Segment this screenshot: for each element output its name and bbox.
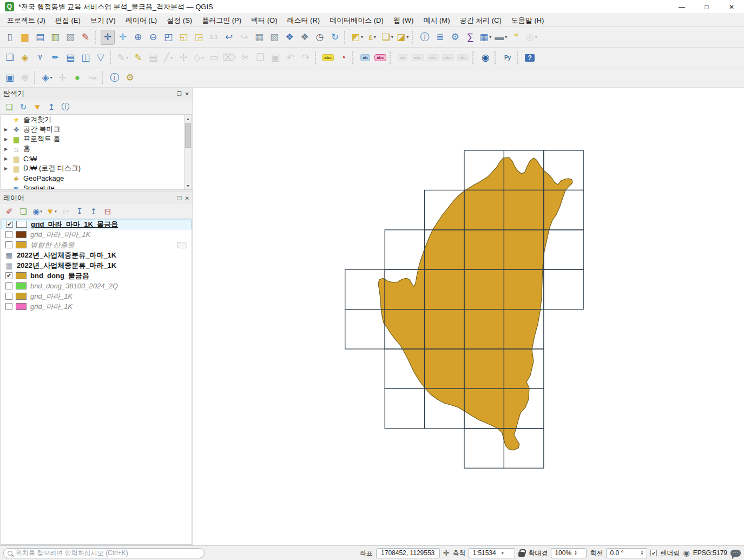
- crs-value[interactable]: EPSG:5179: [693, 549, 727, 557]
- expand-arrow-icon[interactable]: ▶: [4, 147, 11, 151]
- new-geopackage-layer-icon[interactable]: ◈: [18, 50, 32, 65]
- rotation-spinbox[interactable]: 0.0 ° ▲▼: [606, 548, 647, 558]
- temporal-controller-icon[interactable]: ◷: [313, 30, 327, 45]
- close-button[interactable]: ✕: [719, 0, 744, 14]
- select-by-expression-icon[interactable]: ε▾: [365, 30, 379, 45]
- layer-grid-mara-1k[interactable]: grid_마라_1K: [1, 291, 192, 301]
- zoom-out-icon[interactable]: ⊖: [146, 30, 160, 45]
- coordinate-box[interactable]: 1708452, 1129553: [376, 548, 440, 558]
- expand-arrow-icon[interactable]: ▶: [4, 137, 11, 142]
- menu-9[interactable]: 웹 (W): [389, 15, 419, 27]
- layer-info-icon[interactable]: ⓘ: [108, 70, 122, 85]
- new-map-view-icon[interactable]: ▦: [252, 30, 266, 45]
- new-geojson-layer-icon[interactable]: ✒: [48, 50, 62, 65]
- new-shapefile-layer-icon[interactable]: V: [33, 50, 47, 65]
- browser-item-drive-d[interactable]: ▶▆D:₩ (로컬 디스크): [1, 163, 192, 173]
- menu-6[interactable]: 벡터 (O): [246, 15, 282, 27]
- layer-visibility-checkbox[interactable]: [5, 303, 12, 310]
- maximize-button[interactable]: □: [694, 0, 719, 14]
- browser-item-drive-c[interactable]: ▶▆C:₩: [1, 154, 192, 163]
- scroll-up-icon[interactable]: ▲: [185, 115, 192, 122]
- pan-to-selection-icon[interactable]: ✛: [116, 30, 130, 45]
- menu-4[interactable]: 설정 (S): [162, 15, 197, 27]
- select-by-value-icon[interactable]: ◪▾: [396, 30, 410, 45]
- pin-labels-icon[interactable]: ab: [358, 50, 372, 65]
- messages-icon[interactable]: ···: [730, 550, 741, 557]
- zoom-to-selection-icon[interactable]: ◱: [176, 30, 190, 45]
- layers-close-icon[interactable]: ✕: [185, 195, 189, 201]
- layer-merged-output[interactable]: 병합한 산출물: [1, 240, 192, 250]
- collapse-all-icon[interactable]: ↥: [45, 101, 57, 113]
- layer-bnd-dong-38100-2024-2q[interactable]: bnd_dong_38100_2024_2Q: [1, 281, 192, 291]
- refresh-browser-icon[interactable]: ↻: [17, 101, 29, 113]
- menu-2[interactable]: 보기 (V): [85, 15, 121, 27]
- lock-scale-icon[interactable]: [518, 552, 525, 557]
- toggle-editing-icon[interactable]: ✎: [131, 50, 145, 65]
- menu-8[interactable]: 데이터베이스 (D): [325, 15, 389, 27]
- browser-float-icon[interactable]: ❐: [177, 91, 182, 97]
- spinner-arrows-icon[interactable]: ▲▼: [640, 550, 643, 556]
- zoom-in-icon[interactable]: ⊕: [131, 30, 145, 45]
- new-print-layout-icon[interactable]: ▥: [48, 30, 62, 45]
- measure-line-icon[interactable]: ▬▾: [493, 30, 508, 45]
- metasearch-icon[interactable]: ◉: [478, 50, 492, 65]
- layer-2022-business-mama-1k[interactable]: ▦2022년_사업체중분류_마마_1K: [1, 250, 192, 260]
- show-layout-manager-icon[interactable]: ▧: [63, 30, 77, 45]
- layer-grid-mara-mama-1k[interactable]: grid_마라_마마_1K: [1, 229, 192, 240]
- layer-visibility-checkbox[interactable]: ✔: [5, 272, 12, 279]
- browser-properties-icon[interactable]: ⓘ: [60, 101, 71, 113]
- new-temporary-scratch-layer-icon[interactable]: ▤: [63, 50, 77, 65]
- scroll-down-icon[interactable]: ▼: [185, 182, 192, 189]
- menu-10[interactable]: 메시 (M): [418, 15, 455, 27]
- field-calculator-icon[interactable]: ≣: [433, 30, 447, 45]
- layer-diagram-icon[interactable]: ◔: [336, 50, 350, 65]
- map-tips-icon[interactable]: ❝: [509, 30, 523, 45]
- browser-close-icon[interactable]: ✕: [185, 91, 189, 97]
- pan-map-icon[interactable]: ✛: [101, 30, 115, 45]
- zoom-full-icon[interactable]: ◰: [161, 30, 175, 45]
- add-selected-layers-icon[interactable]: ❏: [3, 101, 15, 113]
- layer-visibility-checkbox[interactable]: [5, 241, 12, 248]
- move-canvas-tool-icon[interactable]: ◈▾: [40, 70, 54, 85]
- extent-tracking-icon[interactable]: ✛: [443, 549, 450, 557]
- browser-item-favorites[interactable]: ★즐겨찾기: [1, 115, 192, 124]
- remove-layer-icon[interactable]: ⊟: [102, 206, 114, 218]
- memory-layer-indicator-icon[interactable]: [177, 242, 187, 248]
- menu-1[interactable]: 편집 (E): [50, 15, 85, 27]
- render-checkbox[interactable]: ✔: [650, 550, 657, 556]
- layer-grid-mara-mama-1k-mulgeum[interactable]: ✔grid_마라_마마_1K_물금읍: [1, 219, 192, 229]
- zoom-last-icon[interactable]: ↩: [222, 30, 236, 45]
- browser-item-home[interactable]: ▶⌂홈: [1, 144, 192, 154]
- locator-bar[interactable]: [3, 548, 205, 558]
- save-project-icon[interactable]: ▤: [33, 30, 47, 45]
- zoom-to-layer-icon[interactable]: ◲: [192, 30, 206, 45]
- identify-features-icon[interactable]: ⓘ: [418, 30, 432, 45]
- browser-item-spatial-bookmarks[interactable]: ▶❖공간 북마크: [1, 124, 192, 134]
- scroll-thumb[interactable]: [185, 123, 191, 148]
- highlight-pinned-labels-icon[interactable]: abc: [373, 50, 387, 65]
- spinner-arrows-icon[interactable]: ▲▼: [574, 550, 577, 556]
- menu-0[interactable]: 프로젝트 (J): [2, 15, 50, 27]
- attribute-table-icon[interactable]: ▦▾: [478, 30, 492, 45]
- menu-3[interactable]: 레이어 (L): [121, 15, 162, 27]
- open-layer-styling-icon[interactable]: ✐: [3, 206, 15, 218]
- statistical-summary-icon[interactable]: ∑: [463, 30, 477, 45]
- layers-float-icon[interactable]: ❐: [177, 195, 182, 201]
- python-console-icon[interactable]: Py: [501, 50, 515, 65]
- expand-arrow-icon[interactable]: ▶: [4, 127, 11, 132]
- show-spatial-bookmarks-icon[interactable]: ❖: [298, 30, 312, 45]
- filter-browser-icon[interactable]: ▼: [31, 101, 43, 113]
- layer-labeling-icon[interactable]: abc: [321, 50, 335, 65]
- deselect-features-icon[interactable]: ❏▾: [380, 30, 394, 45]
- locator-input[interactable]: [16, 549, 200, 557]
- collapse-all-layers-icon[interactable]: ↥: [88, 206, 100, 218]
- layer-grid-mama-1k[interactable]: grid_마마_1K: [1, 301, 192, 312]
- advanced-digitizing-panel-icon[interactable]: ▣: [3, 70, 17, 85]
- layer-visibility-checkbox[interactable]: ✔: [6, 221, 13, 228]
- magnifier-spinbox[interactable]: 100% ▲▼: [551, 548, 587, 558]
- menu-12[interactable]: 도움말 (H): [506, 15, 549, 27]
- minimize-button[interactable]: —: [669, 0, 694, 14]
- configure-tool-icon[interactable]: ⚙: [123, 70, 137, 85]
- new-mesh-layer-icon[interactable]: ◫: [78, 50, 93, 65]
- browser-scrollbar[interactable]: ▲ ▼: [184, 115, 192, 189]
